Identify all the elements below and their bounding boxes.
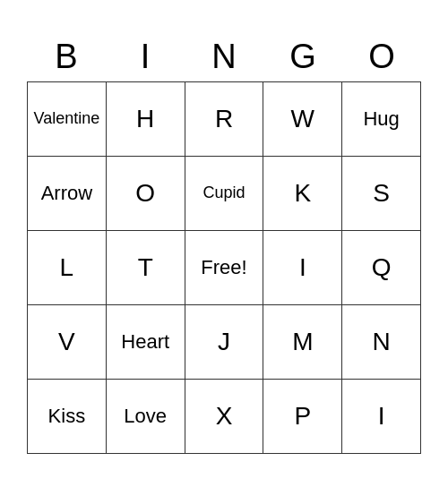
bingo-cell: W — [263, 82, 342, 156]
bingo-cell: T — [107, 231, 185, 304]
bingo-cell: Q — [342, 231, 420, 304]
bingo-cell: V — [28, 305, 107, 379]
bingo-cell: Hug — [342, 82, 420, 156]
bingo-cell: Cupid — [185, 157, 264, 230]
bingo-cell: J — [185, 305, 264, 379]
bingo-cell: O — [107, 157, 185, 230]
header-letter: B — [27, 34, 106, 80]
bingo-header: BINGO — [27, 34, 421, 80]
bingo-cell: H — [107, 82, 185, 156]
bingo-cell: Valentine — [28, 82, 107, 156]
bingo-cell: Free! — [185, 231, 264, 304]
header-letter: O — [342, 34, 421, 80]
bingo-card: BINGO ValentineHRWHugArrowOCupidKSLTFree… — [27, 34, 421, 454]
bingo-cell: P — [263, 380, 342, 453]
header-letter: G — [263, 34, 342, 80]
bingo-cell: R — [185, 82, 264, 156]
bingo-cell: X — [185, 380, 264, 453]
bingo-cell: Kiss — [28, 380, 107, 453]
bingo-cell: I — [263, 231, 342, 304]
bingo-row: ValentineHRWHug — [28, 82, 420, 157]
bingo-row: ArrowOCupidKS — [28, 157, 420, 231]
bingo-cell: Arrow — [28, 157, 107, 230]
header-letter: I — [106, 34, 185, 80]
bingo-cell: Heart — [107, 305, 185, 379]
bingo-grid: ValentineHRWHugArrowOCupidKSLTFree!IQVHe… — [27, 81, 421, 454]
bingo-cell: M — [263, 305, 342, 379]
bingo-cell: Love — [107, 380, 185, 453]
bingo-cell: N — [342, 305, 420, 379]
bingo-cell: S — [342, 157, 420, 230]
bingo-row: LTFree!IQ — [28, 231, 420, 305]
bingo-cell: K — [263, 157, 342, 230]
bingo-cell: L — [28, 231, 107, 304]
bingo-row: VHeartJMN — [28, 305, 420, 380]
bingo-row: KissLoveXPI — [28, 380, 420, 453]
header-letter: N — [185, 34, 263, 80]
bingo-cell: I — [342, 380, 420, 453]
